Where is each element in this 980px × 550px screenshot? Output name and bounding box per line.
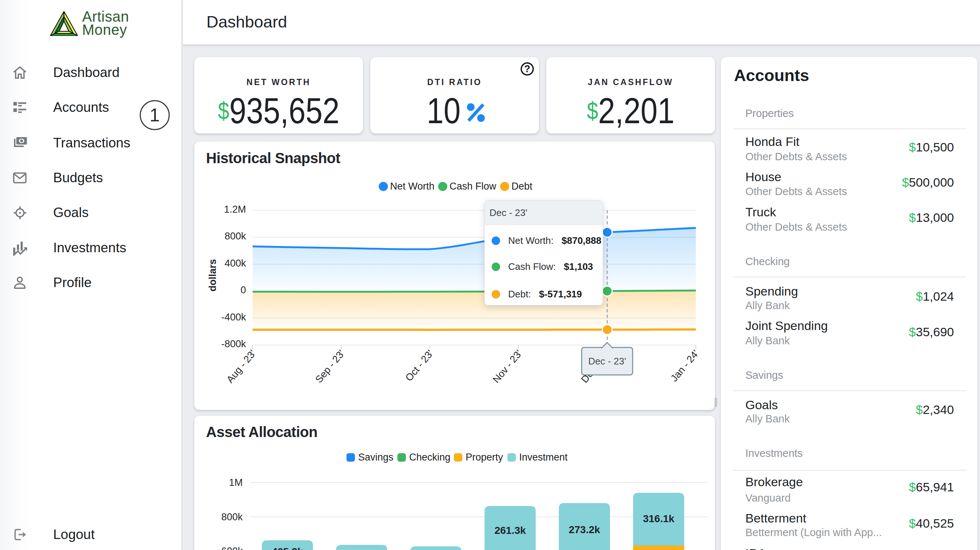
svg-text:316.1k: 316.1k [643,513,675,525]
svg-text:405.3k: 405.3k [272,546,303,550]
svg-text:273.2k: 273.2k [569,524,600,535]
svg-text:?: ? [524,64,530,75]
svg-text:261.3k: 261.3k [495,525,526,536]
